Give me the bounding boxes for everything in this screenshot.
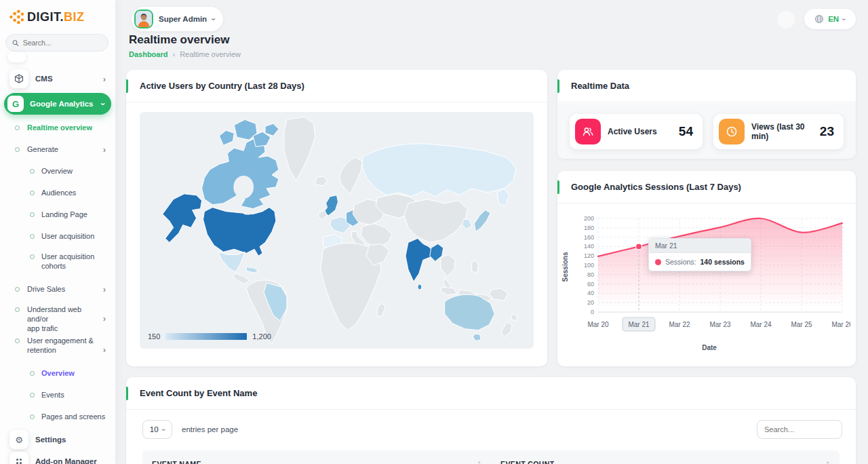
theme-toggle-button[interactable] [777, 11, 795, 28]
chart-tooltip: Mar 21 Sessions: 140 sessions [648, 238, 751, 271]
sessions-chart-svg: 020406080100120140160180200Mar 20Mar 21M… [568, 210, 850, 362]
user-name: Super Admin [159, 15, 207, 23]
svg-text:180: 180 [584, 225, 594, 231]
avatar [134, 9, 153, 28]
google-analytics-icon: G [7, 96, 24, 112]
svg-text:120: 120 [584, 252, 594, 259]
svg-text:140: 140 [584, 243, 594, 250]
bullet-icon [15, 307, 20, 312]
card-header: Google Analytics Sessions (Last 7 Days) [557, 171, 856, 204]
sidebar-item-overview-engagement[interactable]: Overview [0, 367, 115, 379]
svg-text:80: 80 [587, 271, 594, 278]
views-stat: Views (last 30 min) 23 [713, 114, 844, 149]
tooltip-series-label: Sessions: [665, 258, 696, 266]
chevron-right-icon: › [103, 314, 106, 323]
svg-text:0: 0 [591, 309, 594, 315]
sidebar-item-events[interactable]: Events [0, 389, 115, 401]
sidebar-search[interactable] [5, 34, 108, 52]
bullet-icon [15, 125, 20, 130]
svg-text:20: 20 [587, 299, 594, 306]
y-axis-label: Sessions [561, 252, 569, 282]
card-header: Event Count by Event Name [126, 377, 856, 410]
active-users-stat: Active Users 54 [570, 114, 703, 149]
column-header-event-name[interactable]: EVENT NAME ▲▼ [142, 460, 491, 464]
tooltip-title: Mar 21 [649, 239, 751, 253]
chevron-right-icon: › [103, 145, 106, 154]
sidebar-item-pages-and-screens[interactable]: Pages and screens [0, 410, 115, 423]
sidebar-item-user-acquisition[interactable]: User acquisition [0, 230, 115, 242]
legend-min: 150 [148, 332, 160, 341]
card-title: Event Count by Event Name [140, 388, 257, 398]
card-header: Realtime Data [557, 70, 856, 102]
bullet-icon [30, 191, 35, 195]
bullet-icon [30, 234, 35, 239]
stat-value: 23 [820, 124, 834, 139]
svg-text:Mar 24: Mar 24 [750, 321, 772, 328]
column-header-event-count[interactable]: EVENT COUNT ▲▼ [491, 460, 840, 464]
breadcrumb-dashboard[interactable]: Dashboard [129, 50, 167, 58]
table-search-input[interactable] [757, 420, 842, 439]
bullet-icon [30, 254, 35, 259]
svg-text:Mar 20: Mar 20 [587, 321, 609, 328]
stat-label: Views (last 30 min) [751, 122, 813, 141]
bullet-icon [30, 212, 35, 217]
logo-dots-icon [9, 9, 24, 25]
sidebar-item-drive-sales[interactable]: Drive Sales › [0, 283, 115, 295]
svg-text:40: 40 [587, 290, 594, 296]
map-legend: 150 1,200 [148, 332, 271, 341]
sidebar: DIGIT.BIZ CMS › G Google Analytics › Rea… [0, 0, 115, 464]
sessions-chart-card: Google Analytics Sessions (Last 7 Days) … [557, 171, 856, 366]
sidebar-item-google-analytics[interactable]: G Google Analytics › [4, 93, 111, 115]
globe-icon [814, 14, 824, 24]
legend-max: 1,200 [252, 332, 271, 341]
chevron-down-icon: › [210, 18, 218, 20]
legend-gradient-bar [165, 333, 247, 340]
gear-icon: ⚙ [9, 430, 28, 449]
chevron-right-icon: › [103, 345, 106, 354]
sessions-chart[interactable]: Sessions 020406080100120140160180200Mar … [568, 210, 850, 362]
user-menu[interactable]: Super Admin › [132, 7, 223, 31]
cube-icon [9, 69, 28, 88]
x-axis-label: Date [568, 344, 850, 351]
sidebar-search-input[interactable] [23, 39, 102, 47]
world-map[interactable]: 150 1,200 [140, 112, 534, 349]
logo-text: DIGIT.BIZ [27, 10, 85, 24]
bullet-icon [30, 371, 35, 376]
series-marker-icon [655, 259, 661, 265]
page-size-value: 10 [150, 425, 159, 433]
sidebar-item-realtime-overview[interactable]: Realtime overview [0, 121, 115, 134]
card-title: Google Analytics Sessions (Last 7 Days) [571, 182, 741, 192]
grid-dots-icon [9, 452, 28, 464]
sidebar-item-understand-traffic[interactable]: Understand web and/orapp trafic › [0, 305, 115, 326]
svg-text:160: 160 [584, 234, 594, 241]
breadcrumb: Dashboard › Realtime overview [129, 50, 241, 58]
sidebar-item-audiences[interactable]: Audiences [0, 187, 115, 199]
sidebar-item-overview[interactable]: Overview [0, 165, 115, 177]
event-count-card: Event Count by Event Name 10 › entries p… [126, 377, 856, 464]
svg-text:Mar 21: Mar 21 [628, 321, 650, 328]
clock-icon [719, 119, 745, 144]
svg-text:200: 200 [584, 215, 594, 222]
sidebar-item-landing-page[interactable]: Landing Page [0, 208, 115, 220]
bullet-icon [30, 414, 35, 419]
language-selector[interactable]: EN › [804, 9, 856, 29]
sidebar-item-user-engagement[interactable]: User engagement &retention › [0, 336, 115, 357]
chevron-right-icon: › [103, 285, 106, 294]
sort-icon: ▲▼ [826, 461, 830, 464]
sidebar-item-user-acquisition-cohorts[interactable]: User acquisition cohorts [0, 252, 115, 272]
page-size-select[interactable]: 10 › [142, 420, 172, 439]
active-users-map-card: Active Users by Country (Last 28 Days) [126, 70, 547, 366]
sort-icon: ▲▼ [477, 461, 481, 464]
card-title: Active Users by Country (Last 28 Days) [140, 81, 304, 91]
entries-per-page-label: entries per page [182, 425, 238, 433]
sidebar-item-cms[interactable]: CMS › [0, 69, 115, 88]
svg-text:Mar 26: Mar 26 [831, 321, 850, 328]
sidebar-item-generate[interactable]: Generate › [0, 143, 115, 155]
svg-text:Mar 25: Mar 25 [791, 321, 812, 328]
app-logo[interactable]: DIGIT.BIZ [9, 9, 85, 25]
bullet-icon [15, 147, 20, 152]
sidebar-item-addon-manager[interactable]: Add-on Manager [0, 452, 115, 464]
sidebar-item-settings[interactable]: ⚙ Settings [0, 430, 115, 449]
bullet-icon [30, 393, 35, 398]
bullet-icon [15, 339, 20, 343]
